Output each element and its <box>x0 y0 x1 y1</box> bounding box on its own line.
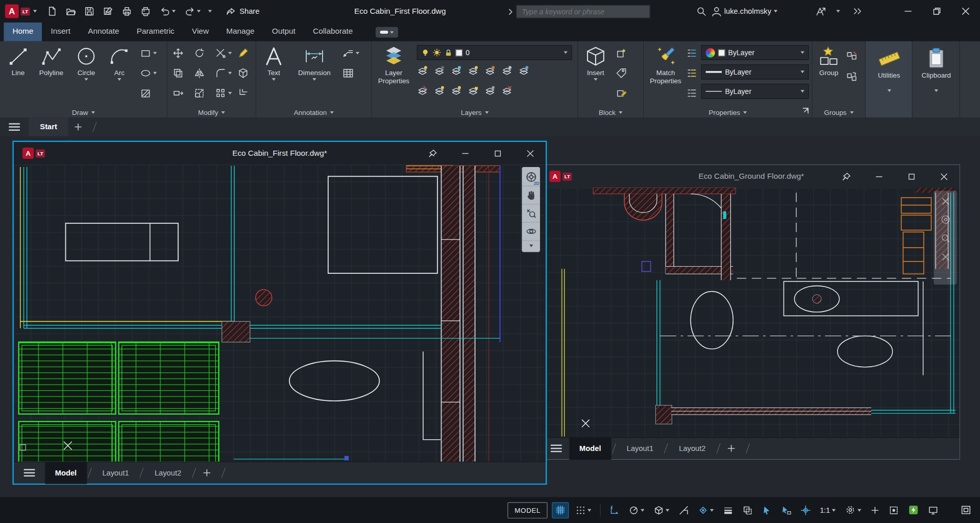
minimize-button[interactable] <box>456 145 475 161</box>
properties-list-button-1[interactable] <box>686 47 697 59</box>
layer-off-icon[interactable] <box>434 65 445 76</box>
layer-thaw-icon[interactable] <box>451 85 462 97</box>
file-tabs-menu-icon[interactable] <box>9 123 20 131</box>
layout2-tab[interactable]: Layout2 <box>144 462 191 484</box>
model-tab[interactable]: Model <box>570 438 611 460</box>
drawing-workspace[interactable]: A LT Eco Cabin_Ground Floor.dwg* <box>0 136 980 497</box>
search-icon[interactable] <box>691 6 711 16</box>
group-button[interactable]: Group <box>815 45 843 77</box>
navigation-wheel-icon[interactable] <box>940 215 950 225</box>
search-input[interactable] <box>517 8 650 15</box>
object-snap-tracking-button[interactable] <box>676 502 691 518</box>
qat-customize-caret-icon[interactable] <box>208 10 212 13</box>
panel-label-block[interactable]: Block <box>578 109 643 116</box>
offset-button[interactable] <box>237 87 249 99</box>
ground-floor-drawing[interactable] <box>543 187 960 437</box>
layer-unlock-icon[interactable] <box>468 85 479 97</box>
first-floor-drawing[interactable] <box>14 164 546 462</box>
undo-caret-icon[interactable] <box>172 10 176 13</box>
properties-dialog-launcher-icon[interactable] <box>802 107 810 114</box>
pan-button[interactable] <box>522 186 540 205</box>
panel-label-annotation[interactable]: Annotation <box>256 109 371 116</box>
graphics-performance-button[interactable] <box>905 502 921 518</box>
full-navigation-wheel-button[interactable]: 2D <box>522 168 540 186</box>
polyline-button[interactable]: Polyline <box>34 45 69 77</box>
plot-button[interactable] <box>121 5 133 17</box>
text-flyout-caret-icon[interactable] <box>272 78 276 81</box>
panel-label-layers[interactable]: Layers <box>372 109 578 116</box>
customization-add-button[interactable] <box>868 502 882 518</box>
model-tab[interactable]: Model <box>45 462 87 484</box>
app-menu-caret-icon[interactable] <box>33 10 37 13</box>
user-menu-caret-icon[interactable] <box>774 10 777 13</box>
layer-select-dropdown[interactable]: 0 <box>417 45 572 60</box>
panel-label-properties[interactable]: Properties <box>644 109 812 116</box>
crosshair-button[interactable] <box>798 502 813 518</box>
save-as-button[interactable] <box>102 5 114 17</box>
layer-color-swatch[interactable] <box>456 49 462 56</box>
tab-manage[interactable]: Manage <box>217 22 263 41</box>
properties-list-button-2[interactable] <box>686 67 697 79</box>
grid-display-button[interactable] <box>552 502 569 518</box>
rotate-button[interactable] <box>194 47 205 59</box>
redo-button[interactable] <box>183 5 202 17</box>
tab-collaborate[interactable]: Collaborate <box>304 22 362 41</box>
isolate-objects-button[interactable] <box>886 502 901 518</box>
tab-output[interactable]: Output <box>263 22 304 41</box>
start-tab[interactable]: Start <box>29 117 68 136</box>
ribbon-display-toggle-button[interactable] <box>375 27 398 38</box>
close-icon[interactable] <box>941 197 949 206</box>
utilities-button[interactable]: Utilities <box>866 46 913 92</box>
define-attributes-button[interactable] <box>616 67 627 79</box>
dynamic-input-button[interactable] <box>779 502 794 518</box>
circle-button[interactable]: Circle <box>70 45 103 80</box>
open-file-button[interactable] <box>64 5 77 17</box>
create-block-button[interactable] <box>616 47 627 59</box>
text-button[interactable]: Text <box>260 45 287 80</box>
new-layout-button[interactable] <box>203 469 214 477</box>
panel-label-groups[interactable]: Groups <box>813 109 865 116</box>
match-properties-button[interactable]: MatchProperties <box>648 45 684 84</box>
layer-previous-icon[interactable] <box>501 65 512 76</box>
zoom-extents-button[interactable] <box>522 204 540 223</box>
layer-lock-tool-icon[interactable] <box>468 65 479 76</box>
layer-properties-button[interactable]: LayerProperties <box>374 45 413 84</box>
lineweight-dropdown[interactable]: ByLayer <box>701 64 809 79</box>
infer-constraints-button[interactable] <box>607 502 622 518</box>
selection-cycling-button[interactable] <box>760 502 774 518</box>
maximize-button[interactable] <box>902 168 921 184</box>
object-snap-button[interactable] <box>696 502 716 518</box>
first-floor-canvas[interactable]: 2D <box>14 164 546 462</box>
layer-merge-icon[interactable] <box>484 85 496 97</box>
properties-list-button-3[interactable] <box>686 87 697 99</box>
dimension-button[interactable]: Dimension <box>291 45 338 80</box>
ground-floor-navigation-bar[interactable] <box>934 191 957 284</box>
pin-icon[interactable] <box>837 168 856 184</box>
utilities-flyout-caret-icon[interactable] <box>887 89 891 92</box>
chevron-right-icon[interactable] <box>507 8 513 16</box>
hardware-monitor-button[interactable] <box>925 502 940 518</box>
tab-annotate[interactable]: Annotate <box>79 22 128 41</box>
autodesk-connect-icon[interactable] <box>777 6 836 16</box>
group-edit-button[interactable] <box>846 72 857 83</box>
model-space-button[interactable]: MODEL <box>508 502 548 518</box>
hatch-button[interactable] <box>140 87 151 99</box>
navbar-more-caret-icon[interactable] <box>522 241 540 251</box>
rectangle-button[interactable] <box>140 47 157 59</box>
layer-match-icon[interactable] <box>484 65 496 76</box>
tab-home[interactable]: Home <box>4 22 42 41</box>
layer-isolate-icon[interactable] <box>417 65 428 76</box>
restore-button[interactable] <box>922 0 951 22</box>
layout1-tab[interactable]: Layout1 <box>92 462 139 484</box>
new-drawing-tab-button[interactable] <box>75 123 86 131</box>
double-chevron-icon[interactable] <box>840 7 875 15</box>
orbit-icon[interactable] <box>940 252 950 262</box>
stretch-button[interactable] <box>173 87 184 99</box>
maximize-button[interactable] <box>488 145 507 161</box>
fillet-button[interactable] <box>215 67 232 79</box>
share-button[interactable]: Share <box>225 5 261 17</box>
orbit-button[interactable] <box>522 223 540 241</box>
copy-button[interactable] <box>173 67 184 79</box>
panel-label-draw[interactable]: Draw <box>0 109 167 116</box>
move-button[interactable] <box>173 47 184 59</box>
